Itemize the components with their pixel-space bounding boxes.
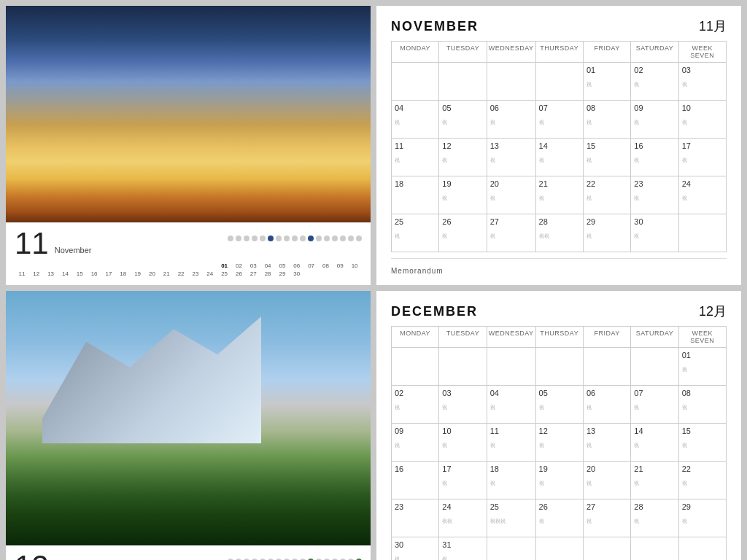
- cal-cell: 29祝: [679, 499, 727, 537]
- mini-date: [188, 262, 203, 270]
- dot-8: [284, 236, 290, 241]
- cal-cell-number: 23: [634, 179, 675, 188]
- cal-cell-number: 11: [395, 141, 436, 150]
- cal-cell-sub: 祝: [587, 195, 592, 201]
- mini-date-empty: [188, 278, 203, 279]
- cal-cell-number: 13: [490, 141, 533, 150]
- mini-date: [15, 262, 29, 270]
- cal-cell: 19祝: [439, 176, 487, 214]
- cal-cell: [392, 348, 439, 386]
- cal-cell: 26祝: [536, 499, 584, 537]
- cal-col-header: WEEK SEVEN: [679, 327, 727, 348]
- november-month-number: 11: [15, 228, 49, 259]
- mini-date-empty: [101, 278, 116, 279]
- december-month-number: 12: [15, 551, 49, 560]
- cal-cell: 11祝: [487, 424, 536, 462]
- cal-cell-sub: 祝: [539, 481, 544, 486]
- cal-cell: 12祝: [439, 139, 487, 176]
- december-cal-grid: MONDAYTUESDAYWEDNESDAYTHURSDAYFRIDAYSATU…: [391, 326, 727, 560]
- cal-cell-sub: 祝: [634, 518, 639, 524]
- dot-2: [236, 236, 241, 241]
- mini-date: [116, 262, 131, 270]
- cal-cell-number: 06: [587, 389, 627, 397]
- mini-date-empty: [333, 270, 347, 278]
- cal-cell-number: 02: [634, 66, 675, 74]
- mini-date-22: 22: [174, 270, 188, 278]
- dot-13: [324, 236, 330, 241]
- cal-col-header: WEDNESDAY: [487, 327, 536, 348]
- cal-cell-sub: 祝: [587, 481, 592, 486]
- november-left-panel: 11 November: [6, 6, 371, 285]
- cal-cell: 25祝: [392, 214, 439, 252]
- cal-cell-sub: 祝: [442, 556, 447, 560]
- cal-cell-sub: 祝: [634, 443, 639, 448]
- cal-cell: 08祝: [584, 101, 631, 139]
- mini-date-26: 26: [232, 270, 247, 278]
- december-left-panel: 12 December: [6, 291, 371, 560]
- mini-date-empty: [58, 278, 73, 279]
- cal-cell: 16祝: [631, 139, 678, 176]
- cal-cell: 24祝祝: [439, 499, 487, 537]
- mini-date-06: 06: [290, 262, 304, 270]
- november-photo: [6, 6, 371, 222]
- mini-date-27: 27: [246, 270, 260, 278]
- mini-date-15: 15: [72, 270, 87, 278]
- cal-cell: 09祝: [631, 101, 678, 139]
- mini-date: [203, 262, 217, 270]
- cal-cell: 22祝: [679, 462, 727, 499]
- mini-date-empty: [319, 270, 333, 278]
- cal-cell-number: 06: [490, 104, 533, 112]
- cal-cell-number: 05: [442, 104, 483, 112]
- cal-cell-sub: 祝: [682, 120, 687, 125]
- cal-cell-sub: 祝: [539, 518, 544, 524]
- cal-cell-sub: 祝: [539, 120, 544, 125]
- dot-12: [316, 236, 322, 241]
- mini-date-29: 29: [275, 270, 290, 278]
- cal-cell: 05祝: [439, 101, 487, 139]
- cal-cell-sub: 祝: [395, 443, 400, 448]
- cal-cell: 20祝: [487, 176, 536, 214]
- cal-cell: 10祝: [679, 101, 727, 139]
- cal-cell: [631, 348, 678, 386]
- mini-date-18: 18: [116, 270, 131, 278]
- cal-cell: 29祝: [584, 214, 631, 252]
- mini-date: [44, 262, 58, 270]
- cal-cell-number: 03: [682, 66, 723, 74]
- cal-cell-sub: 祝: [587, 233, 592, 238]
- cal-cell: [584, 537, 631, 560]
- cal-cell-sub: 祝: [395, 405, 400, 410]
- cal-cell-sub: 祝: [395, 556, 400, 560]
- cal-cell: 23: [392, 499, 439, 537]
- mini-date-empty: [159, 278, 174, 279]
- mini-date-25: 25: [217, 270, 232, 278]
- cal-cell: [439, 63, 487, 101]
- cal-cell-number: 22: [587, 179, 627, 188]
- cal-cell-number: 29: [682, 502, 723, 511]
- cal-cell: 09祝: [392, 424, 439, 462]
- mini-date-01: 01: [217, 262, 232, 270]
- cal-cell-number: 14: [539, 141, 580, 150]
- dot-9: [292, 236, 298, 241]
- november-dots: [91, 228, 362, 246]
- cal-cell: 19祝: [536, 462, 584, 499]
- cal-cell-sub: 祝: [442, 195, 447, 201]
- cal-cell-sub: 祝: [442, 405, 447, 410]
- dot-3: [244, 236, 249, 241]
- mini-date: [131, 262, 145, 270]
- cal-col-header: SATURDAY: [631, 42, 678, 63]
- cal-cell: [584, 348, 631, 386]
- cal-cell: 28祝: [631, 499, 678, 537]
- cal-cell-number: 19: [442, 179, 483, 188]
- dot-11: [308, 236, 314, 241]
- cal-cell-sub: 祝: [587, 518, 592, 524]
- cal-cell-number: 04: [490, 389, 533, 397]
- cal-cell-sub: 祝: [587, 405, 592, 410]
- dot-5: [260, 236, 266, 241]
- cal-cell-sub: 祝: [539, 405, 544, 410]
- cal-cell-number: 19: [539, 464, 580, 473]
- mini-date-28: 28: [260, 270, 275, 278]
- mini-date-14: 14: [58, 270, 73, 278]
- november-title-en: NOVEMBER: [391, 19, 479, 34]
- november-mini-calendar: 11 November: [6, 222, 371, 285]
- mini-date-09: 09: [333, 262, 347, 270]
